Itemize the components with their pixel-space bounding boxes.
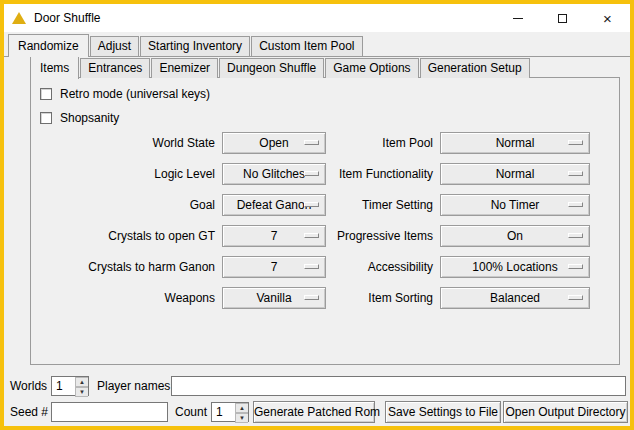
tab-dungeon-shuffle[interactable]: Dungeon Shuffle (219, 58, 324, 78)
spin-down-icon[interactable]: ▼ (75, 387, 88, 397)
dropdown-indicator-icon (568, 264, 583, 269)
generate-patched-rom-button[interactable]: Generate Patched Rom (253, 401, 375, 423)
world-state-label: World State (12, 132, 215, 154)
spin-down-icon[interactable]: ▼ (235, 413, 248, 423)
item-pool-label: Item Pool (304, 132, 433, 154)
count-label: Count (175, 402, 207, 422)
accessibility-dropdown[interactable]: 100% Locations (440, 256, 590, 278)
tab-adjust[interactable]: Adjust (90, 36, 139, 56)
tab-generation-setup[interactable]: Generation Setup (420, 58, 530, 78)
app-icon (12, 12, 26, 24)
checkbox-icon[interactable] (40, 88, 52, 100)
shopsanity-checkbox[interactable]: Shopsanity (40, 110, 119, 126)
title-bar[interactable]: Door Shuffle × (4, 4, 630, 32)
item-functionality-label: Item Functionality (304, 163, 433, 185)
minimize-button[interactable] (495, 4, 540, 32)
seed-label: Seed # (10, 402, 48, 422)
tab-starting-inventory[interactable]: Starting Inventory (140, 36, 250, 56)
tab-randomize[interactable]: Randomize (8, 34, 89, 57)
caption-buttons: × (495, 4, 630, 32)
seed-input[interactable] (51, 402, 168, 422)
item-functionality-dropdown[interactable]: Normal (440, 163, 590, 185)
dropdown-indicator-icon (568, 171, 583, 176)
outer-tab-bar: Randomize Adjust Starting Inventory Cust… (4, 34, 630, 57)
tab-items[interactable]: Items (30, 56, 79, 79)
timer-setting-label: Timer Setting (304, 194, 433, 216)
spin-up-icon[interactable]: ▲ (235, 403, 248, 413)
save-settings-button[interactable]: Save Settings to File (385, 401, 501, 423)
weapons-label: Weapons (12, 287, 215, 309)
window-title: Door Shuffle (34, 11, 101, 25)
item-sorting-dropdown[interactable]: Balanced (440, 287, 590, 309)
logic-level-label: Logic Level (12, 163, 215, 185)
dropdown-indicator-icon (568, 233, 583, 238)
close-button[interactable]: × (585, 4, 630, 32)
goal-label: Goal (12, 194, 215, 216)
worlds-label: Worlds (10, 376, 47, 396)
client-area: Randomize Adjust Starting Inventory Cust… (4, 32, 630, 426)
checkbox-icon[interactable] (40, 112, 52, 124)
retro-mode-checkbox[interactable]: Retro mode (universal keys) (40, 86, 210, 102)
crystals-gt-label: Crystals to open GT (12, 225, 215, 247)
player-names-input[interactable] (171, 376, 626, 396)
open-output-directory-button[interactable]: Open Output Directory (503, 401, 628, 423)
worlds-spinbox[interactable]: 1 ▲ ▼ (51, 376, 89, 396)
progressive-items-dropdown[interactable]: On (440, 225, 590, 247)
maximize-icon (558, 14, 567, 23)
spin-up-icon[interactable]: ▲ (75, 377, 88, 387)
tab-custom-item-pool[interactable]: Custom Item Pool (251, 36, 362, 56)
accessibility-label: Accessibility (304, 256, 433, 278)
count-spinbox[interactable]: 1 ▲ ▼ (211, 402, 249, 422)
crystals-ganon-label: Crystals to harm Ganon (12, 256, 215, 278)
dropdown-indicator-icon (568, 295, 583, 300)
shopsanity-label: Shopsanity (60, 111, 119, 125)
progressive-items-label: Progressive Items (304, 225, 433, 247)
dropdown-indicator-icon (568, 140, 583, 145)
item-pool-dropdown[interactable]: Normal (440, 132, 590, 154)
maximize-button[interactable] (540, 4, 585, 32)
timer-setting-dropdown[interactable]: No Timer (440, 194, 590, 216)
player-names-label: Player names (97, 376, 170, 396)
close-icon: × (603, 11, 612, 26)
dropdown-indicator-icon (568, 202, 583, 207)
inner-tab-bar: Items Entrances Enemizer Dungeon Shuffle… (30, 56, 531, 78)
retro-mode-label: Retro mode (universal keys) (60, 87, 210, 101)
tab-game-options[interactable]: Game Options (325, 58, 418, 78)
door-shuffle-window: Door Shuffle × Randomize Adjust Starting… (0, 0, 634, 430)
tab-entrances[interactable]: Entrances (80, 58, 150, 78)
item-sorting-label: Item Sorting (304, 287, 433, 309)
minimize-icon (513, 18, 523, 19)
tab-enemizer[interactable]: Enemizer (151, 58, 218, 78)
